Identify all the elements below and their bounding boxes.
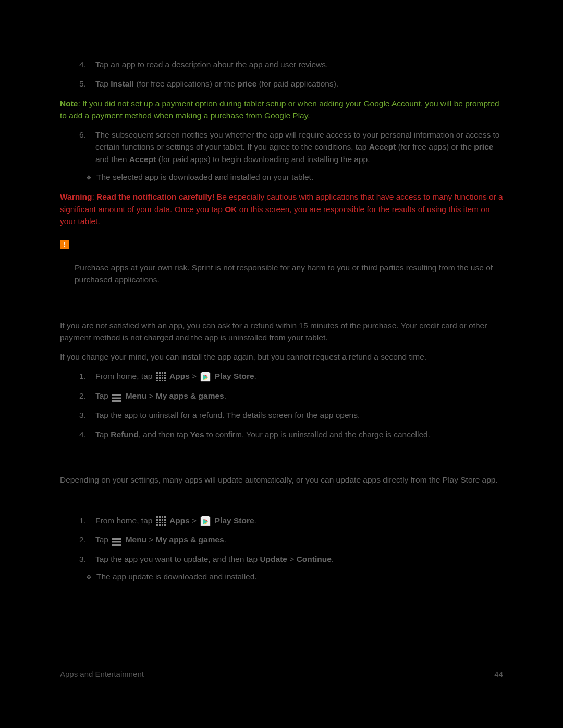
bold: Play Store bbox=[215, 516, 254, 525]
text: . bbox=[332, 554, 334, 563]
svg-rect-19 bbox=[112, 394, 121, 396]
bold: Read the notification carefully! bbox=[96, 192, 215, 201]
svg-rect-4 bbox=[156, 375, 158, 376]
text: , and then tap bbox=[139, 430, 190, 439]
text: Tap bbox=[95, 391, 111, 400]
svg-rect-24 bbox=[162, 516, 163, 518]
note-block: Note: If you did not set up a payment op… bbox=[60, 97, 503, 122]
list-text: Tap an app to read a description about t… bbox=[95, 58, 503, 70]
svg-rect-5 bbox=[159, 375, 161, 376]
sub-text: The app update is downloaded and install… bbox=[96, 572, 257, 584]
heading-update: Update an App bbox=[60, 453, 503, 466]
list-step: 4. Tap Refund, and then tap Yes to confi… bbox=[60, 428, 503, 440]
svg-rect-14 bbox=[162, 380, 163, 381]
list-step: 2. Tap Menu > My apps & games. bbox=[60, 534, 503, 546]
play-store-icon bbox=[200, 516, 211, 526]
bold: Accept bbox=[369, 142, 396, 151]
svg-rect-23 bbox=[159, 516, 161, 518]
sub-text: The selected app is downloaded and insta… bbox=[96, 172, 313, 184]
bold: Accept bbox=[129, 155, 156, 164]
svg-rect-29 bbox=[164, 519, 166, 521]
list-step: 3. Tap the app to uninstall for a refund… bbox=[60, 409, 503, 421]
list-text: Tap the app you want to update, and then… bbox=[95, 553, 503, 565]
list-text: Tap the app to uninstall for a refund. T… bbox=[95, 409, 503, 421]
svg-rect-21 bbox=[112, 400, 121, 402]
hamburger-menu-icon bbox=[112, 393, 121, 400]
bold: Play Store bbox=[215, 372, 254, 380]
svg-rect-36 bbox=[162, 524, 163, 526]
sub-bullet: ❖ The selected app is downloaded and ins… bbox=[60, 172, 503, 184]
text: (for paid apps) to begin downloading and… bbox=[156, 155, 370, 164]
svg-rect-2 bbox=[162, 372, 163, 374]
diamond-icon: ❖ bbox=[86, 172, 96, 184]
list-step: 1. From home, tap Apps > Play Store. bbox=[60, 370, 503, 382]
warning-block: Warning: Read the notification carefully… bbox=[60, 191, 503, 227]
list-number: 2. bbox=[60, 534, 95, 546]
note-label: Note bbox=[60, 99, 78, 108]
page-footer: Apps and Entertainment 44 bbox=[60, 670, 503, 678]
list-text: Tap Refund, and then tap Yes to confirm.… bbox=[95, 428, 503, 440]
svg-rect-32 bbox=[162, 522, 163, 523]
text: > bbox=[190, 516, 199, 525]
list-number: 4. bbox=[60, 58, 95, 70]
risk-paragraph: Purchase apps at your own risk. Sprint i… bbox=[60, 262, 503, 286]
list-text: Tap Install (for free applications) or t… bbox=[95, 78, 503, 90]
alert-icon: ! bbox=[60, 240, 69, 249]
svg-rect-11 bbox=[164, 377, 166, 379]
bold: Yes bbox=[190, 430, 204, 439]
svg-rect-12 bbox=[156, 380, 158, 381]
text: Tap bbox=[95, 430, 111, 439]
svg-rect-9 bbox=[159, 377, 161, 379]
svg-rect-41 bbox=[112, 538, 121, 540]
bold: My apps & games bbox=[156, 391, 224, 400]
svg-rect-1 bbox=[159, 372, 161, 374]
list-step-4: 4. Tap an app to read a description abou… bbox=[60, 58, 503, 70]
svg-rect-7 bbox=[164, 375, 166, 376]
sub-bullet: ❖ The app update is downloaded and insta… bbox=[60, 572, 503, 584]
list-number: 5. bbox=[60, 78, 95, 90]
text: Tap the app you want to update, and then… bbox=[95, 554, 260, 563]
text: > bbox=[287, 554, 297, 563]
heading-refund: Request a Refund for a Paid App bbox=[60, 299, 503, 312]
apps-grid-icon bbox=[156, 372, 166, 381]
text: Tap bbox=[95, 79, 111, 88]
hamburger-menu-icon bbox=[112, 537, 121, 544]
list-step: 3. Tap the app you want to update, and t… bbox=[60, 553, 503, 565]
svg-rect-0 bbox=[156, 372, 158, 374]
svg-rect-13 bbox=[159, 380, 161, 381]
warning-label: Warning bbox=[60, 192, 92, 201]
bold: Apps bbox=[169, 516, 190, 525]
list-number: 1. bbox=[60, 370, 95, 382]
bold: Apps bbox=[169, 372, 190, 380]
paragraph: If you change your mind, you can install… bbox=[60, 351, 503, 363]
list-text: Tap Menu > My apps & games. bbox=[95, 534, 503, 546]
list-number: 2. bbox=[60, 390, 95, 402]
paragraph: Depending on your settings, many apps wi… bbox=[60, 474, 503, 486]
bold: Update bbox=[260, 554, 287, 563]
svg-rect-33 bbox=[164, 522, 166, 523]
text: . bbox=[254, 372, 256, 380]
svg-rect-37 bbox=[164, 524, 166, 526]
bold: Continue bbox=[297, 554, 332, 563]
diamond-icon: ❖ bbox=[86, 572, 96, 584]
bold: Install bbox=[111, 79, 134, 88]
list-text: Tap Menu > My apps & games. bbox=[95, 390, 503, 402]
list-number: 1. bbox=[60, 514, 95, 526]
footer-section: Apps and Entertainment bbox=[60, 670, 144, 678]
list-number: 3. bbox=[60, 409, 95, 421]
footer-page-number: 44 bbox=[494, 670, 503, 678]
bold: OK bbox=[225, 205, 237, 214]
list-number: 6. bbox=[60, 129, 95, 165]
svg-rect-31 bbox=[159, 522, 161, 523]
list-number: 3. bbox=[60, 553, 95, 565]
svg-rect-27 bbox=[159, 519, 161, 521]
list-step: 1. From home, tap Apps > Play Store. bbox=[60, 514, 503, 526]
bold: price bbox=[474, 142, 493, 151]
svg-rect-26 bbox=[156, 519, 158, 521]
document-page: 4. Tap an app to read a description abou… bbox=[0, 0, 563, 728]
svg-rect-43 bbox=[112, 544, 121, 546]
list-step-5: 5. Tap Install (for free applications) o… bbox=[60, 78, 503, 90]
text: From home, tap bbox=[95, 372, 155, 380]
svg-rect-20 bbox=[112, 397, 121, 399]
svg-rect-15 bbox=[164, 380, 166, 381]
